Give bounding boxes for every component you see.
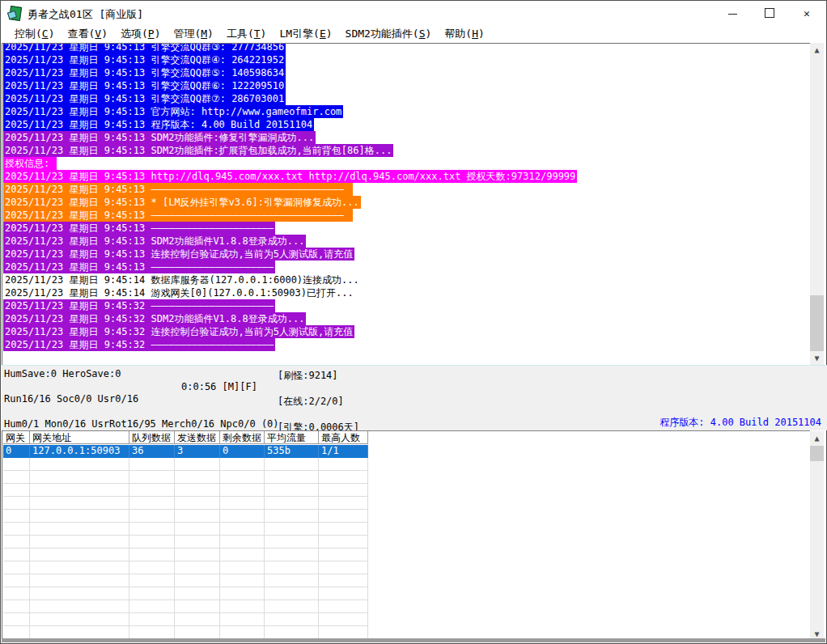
empty-cell [220, 561, 265, 574]
empty-cell [3, 613, 30, 626]
table-scrollbar-thumb[interactable] [810, 446, 824, 461]
log-line-text: 2025/11/23 星期日 9:45:14 数据库服务器(127.0.0.1:… [3, 273, 361, 286]
empty-cell [175, 536, 220, 549]
log-line: 2025/11/23 星期日 9:45:13 引擎交流QQ群④: 2642219… [3, 53, 810, 66]
menu-item-E[interactable]: LM引擎(E) [273, 26, 338, 42]
empty-row [3, 536, 368, 549]
cell: 1/1 [319, 445, 368, 458]
empty-cell [30, 626, 129, 639]
header-cell-0[interactable]: 网关 [3, 431, 30, 444]
empty-cell [129, 523, 175, 536]
empty-cell [265, 536, 319, 549]
log-line-text: 2025/11/23 星期日 9:45:13 引擎交流QQ群⑥: 1222095… [3, 79, 286, 92]
empty-cell [220, 510, 265, 523]
empty-cell [175, 574, 220, 587]
empty-cell [319, 484, 368, 497]
menu-item-M[interactable]: 管理(M) [167, 26, 219, 42]
log-line-text: 2025/11/23 星期日 9:45:13 http://dlq.945.co… [3, 170, 577, 183]
log-line-text: 2025/11/23 星期日 9:45:13 引擎交流QQ群④: 2642219… [3, 53, 286, 66]
empty-cell [265, 549, 319, 561]
maximize-button[interactable] [751, 1, 788, 25]
empty-cell [30, 458, 129, 471]
cell: 0 [220, 445, 265, 458]
header-cell-2[interactable]: 队列数据 [129, 431, 175, 444]
cell: 535b [265, 445, 319, 458]
empty-cell [129, 613, 175, 626]
empty-cell [129, 600, 175, 613]
log-line-text: 2025/11/23 星期日 9:45:13 SDM2功能插件V1.8.8登录成… [3, 235, 306, 248]
log-line: 2025/11/23 星期日 9:45:13 连接控制台验证成功,当前为5人测试… [3, 248, 810, 261]
log-line-text: 2025/11/23 星期日 9:45:13 引擎交流QQ群⑤: 1405986… [3, 66, 286, 79]
empty-cell [265, 600, 319, 613]
empty-cell [30, 587, 129, 600]
empty-cell [3, 561, 30, 574]
empty-cell [175, 549, 220, 561]
empty-cell [129, 549, 175, 561]
menu-item-S[interactable]: SDM2功能插件(S) [339, 26, 439, 42]
bottom-resize-strip[interactable] [2, 638, 825, 642]
log-line-text: 授权信息: [3, 157, 57, 170]
empty-cell [220, 549, 265, 561]
scroll-up-icon[interactable]: ▲ [810, 43, 824, 57]
empty-cell [129, 484, 175, 497]
empty-cell [220, 613, 265, 626]
menu-item-T[interactable]: 工具(T) [220, 26, 273, 42]
empty-cell [220, 626, 265, 639]
log-line: 2025/11/23 星期日 9:45:13 官方网站: http://www.… [3, 105, 810, 118]
table-scrollbar[interactable]: ▲ ▼ [810, 431, 824, 641]
empty-cell [319, 587, 368, 600]
scroll-up-icon[interactable]: ▲ [810, 431, 824, 445]
empty-cell [220, 458, 265, 471]
minimize-button[interactable] [714, 1, 751, 25]
app-icon[interactable] [8, 6, 21, 19]
log-scrollbar[interactable]: ▲ ▼ [810, 43, 824, 365]
log-line: 2025/11/23 星期日 9:45:13 —————————————————… [3, 222, 810, 235]
menu-item-label: SDM2功能插件( [346, 28, 419, 40]
header-cell-1[interactable]: 网关地址 [30, 431, 129, 444]
log-line: 2025/11/23 星期日 9:45:13 —————————————————… [3, 261, 810, 273]
status-right: [刷怪:9214] [在线:2/2/0] [引擎:0.0006天] [278, 369, 359, 434]
menu-accel-key: E [320, 28, 326, 40]
empty-cell [220, 536, 265, 549]
close-button[interactable]: ✕ [788, 1, 825, 25]
empty-cell [3, 484, 30, 497]
empty-cell [30, 561, 129, 574]
gateway-row[interactable]: 0127.0.0.1:509033630535b1/1 [3, 445, 368, 458]
menu-item-label: 帮助( [444, 28, 472, 40]
menu-item-C[interactable]: 控制(C) [8, 26, 61, 42]
empty-cell [3, 510, 30, 523]
title-bar: 勇者之战01区 [商业版] ✕ [1, 1, 826, 25]
empty-row [3, 484, 368, 497]
empty-cell [175, 600, 220, 613]
empty-cell [3, 600, 30, 613]
header-cell-3[interactable]: 发送数据 [175, 431, 220, 444]
menu-item-V[interactable]: 查看(V) [61, 26, 113, 42]
maximize-icon [765, 8, 774, 18]
menu-item-H[interactable]: 帮助(H) [438, 26, 490, 42]
empty-cell [220, 600, 265, 613]
header-cell-4[interactable]: 剩余数据 [220, 431, 265, 444]
log-line-text: 2025/11/23 星期日 9:45:13 * [LM反外挂引擎v3.6]:引… [3, 196, 361, 209]
empty-row [3, 471, 368, 484]
empty-cell [30, 497, 129, 510]
scroll-down-icon[interactable]: ▼ [810, 351, 824, 365]
log-scrollbar-thumb[interactable] [810, 295, 824, 351]
menu-item-P[interactable]: 选项(P) [114, 26, 167, 42]
empty-cell [129, 458, 175, 471]
log-line: 2025/11/23 星期日 9:45:13 * [LM反外挂引擎v3.6]:引… [3, 196, 810, 209]
header-cell-5[interactable]: 平均流量 [265, 431, 319, 444]
log-line: 2025/11/23 星期日 9:45:13 程序版本: 4.00 Build … [3, 118, 810, 131]
header-cell-6[interactable]: 最高人数 [319, 431, 368, 444]
empty-cell [220, 497, 265, 510]
empty-row [3, 549, 368, 561]
log-line-text: 2025/11/23 星期日 9:45:13 程序版本: 4.00 Build … [3, 118, 314, 131]
log-line: 2025/11/23 星期日 9:45:13 SDM2功能插件V1.8.8登录成… [3, 235, 810, 248]
menu-item-label-end: ) [261, 28, 267, 40]
log-line: 2025/11/23 星期日 9:45:13 引擎交流QQ群⑤: 1405986… [3, 66, 810, 79]
close-icon: ✕ [804, 7, 810, 19]
empty-cell [319, 561, 368, 574]
log-line: 2025/11/23 星期日 9:45:13 http://dlq.945.co… [3, 170, 810, 183]
empty-cell [175, 613, 220, 626]
menu-item-label: 控制( [15, 28, 42, 40]
empty-cell [175, 523, 220, 536]
